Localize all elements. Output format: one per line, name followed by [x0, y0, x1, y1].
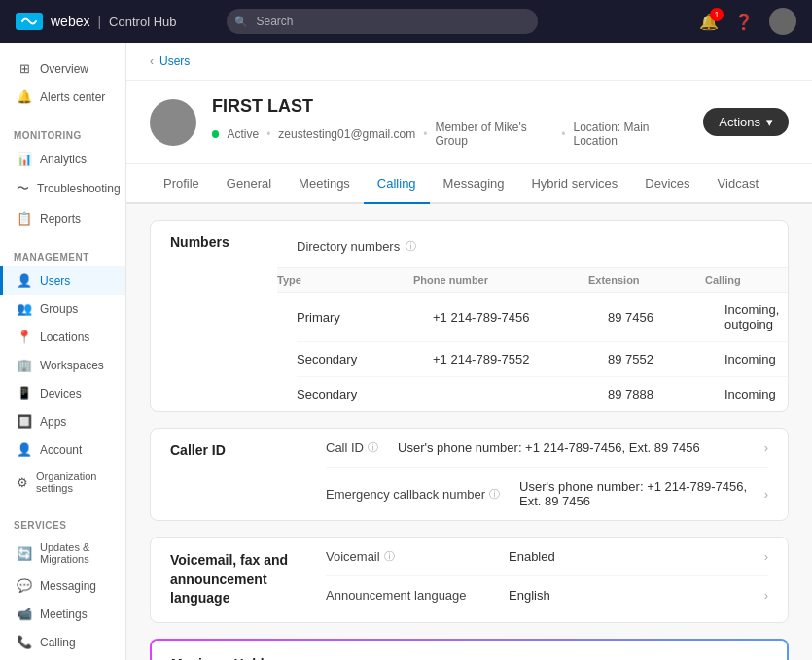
- caller-id-section: Caller ID Call ID ⓘ User's phone number:…: [150, 428, 789, 521]
- sidebar-item-label: Alerts center: [40, 90, 105, 104]
- user-profile-avatar: [150, 99, 196, 146]
- sidebar-item-apps[interactable]: 🔲 Apps: [0, 407, 125, 435]
- services-label: SERVICES: [0, 516, 125, 535]
- row-type: Primary: [297, 310, 433, 325]
- voicemail-rows: Voicemail ⓘ Enabled › Announcement langu…: [326, 538, 768, 622]
- info-icon: ⓘ: [384, 549, 395, 564]
- sidebar-item-overview[interactable]: ⊞ Overview: [0, 54, 125, 83]
- row-ext: 89 7552: [608, 352, 724, 366]
- caller-id-title: Caller ID: [170, 429, 326, 520]
- overview-icon: ⊞: [17, 61, 32, 76]
- row-actions: 🗑 ›: [779, 387, 789, 401]
- sidebar-item-label: Updates & Migrations: [40, 541, 112, 565]
- tab-meetings[interactable]: Meetings: [285, 164, 364, 204]
- search-input[interactable]: [227, 9, 538, 34]
- main-content: ‹ Users FIRST LAST Active • zeustesting0…: [126, 43, 812, 660]
- topbar-actions: 🔔 1 ❓: [699, 8, 796, 35]
- notifications-icon[interactable]: 🔔 1: [699, 13, 719, 31]
- announcement-language-row: Announcement language English ›: [326, 576, 768, 614]
- tab-calling[interactable]: Calling: [364, 164, 430, 204]
- sidebar-item-analytics[interactable]: 📊 Analytics: [0, 145, 125, 173]
- sidebar-section-services: SERVICES 🔄 Updates & Migrations 💬 Messag…: [0, 504, 125, 660]
- sidebar-item-vidcast[interactable]: 🎬 Vidcast: [0, 656, 125, 660]
- sidebar-item-label: Workspaces: [40, 359, 104, 372]
- row-calling: Incoming: [724, 352, 779, 366]
- tab-general[interactable]: General: [213, 164, 285, 204]
- search-bar[interactable]: [227, 9, 538, 34]
- emergency-value: User's phone number: +1 214-789-7456, Ex…: [500, 479, 757, 508]
- chevron-right-icon[interactable]: ›: [764, 440, 768, 455]
- row-actions: 🗑 ›: [779, 310, 789, 325]
- call-id-label: Call ID ⓘ: [326, 440, 378, 455]
- voicemail-label: Voicemail ⓘ: [326, 549, 501, 564]
- sidebar-item-locations[interactable]: 📍 Locations: [0, 323, 125, 351]
- sidebar-item-label: Groups: [40, 302, 78, 316]
- org-settings-icon: ⚙: [17, 475, 28, 490]
- announcement-label: Announcement language: [326, 588, 501, 603]
- sidebar-item-messaging[interactable]: 💬 Messaging: [0, 572, 125, 600]
- sidebar-section-monitoring: MONITORING 📊 Analytics 〜 Troubleshooting…: [0, 115, 125, 236]
- sidebar-item-label: Messaging: [40, 579, 96, 593]
- sidebar-item-label: Calling: [40, 636, 76, 649]
- analytics-icon: 📊: [17, 152, 32, 166]
- sidebar-item-org-settings[interactable]: ⚙ Organization settings: [0, 464, 125, 501]
- sidebar-item-groups[interactable]: 👥 Groups: [0, 295, 125, 323]
- users-icon: 👤: [17, 273, 32, 288]
- tab-profile[interactable]: Profile: [150, 164, 213, 204]
- user-email: zeustesting01@gmail.com: [278, 127, 415, 141]
- actions-button[interactable]: Actions ▾: [703, 108, 789, 136]
- col-ext: Extension: [588, 274, 705, 286]
- sidebar-item-devices[interactable]: 📱 Devices: [0, 379, 125, 407]
- sidebar-item-label: Organization settings: [36, 470, 112, 494]
- moh-inner: Music on Hold Play music when a call is …: [152, 641, 787, 660]
- user-avatar[interactable]: [769, 8, 796, 35]
- tab-devices[interactable]: Devices: [631, 164, 703, 204]
- row-ext: 89 7456: [608, 310, 724, 325]
- chevron-right-icon[interactable]: ›: [764, 549, 768, 564]
- user-status: Active: [227, 127, 259, 141]
- management-label: MANAGEMENT: [0, 248, 125, 266]
- tab-vidcast[interactable]: Vidcast: [704, 164, 772, 204]
- help-icon[interactable]: ❓: [734, 13, 754, 31]
- announcement-value: English: [501, 588, 764, 603]
- sidebar-item-label: Account: [40, 443, 82, 457]
- sidebar-item-alerts[interactable]: 🔔 Alerts center: [0, 83, 125, 111]
- chevron-right-icon[interactable]: ›: [764, 487, 768, 502]
- status-dot: [212, 130, 219, 138]
- sidebar-item-reports[interactable]: 📋 Reports: [0, 204, 125, 232]
- devices-icon: 📱: [17, 386, 32, 400]
- voicemail-value: Enabled: [501, 549, 764, 564]
- table-row: Secondary +1 214-789-7552 89 7552 Incomi…: [297, 342, 789, 377]
- sidebar-item-account[interactable]: 👤 Account: [0, 435, 125, 464]
- chevron-right-icon[interactable]: ›: [764, 588, 768, 603]
- sidebar-item-updates[interactable]: 🔄 Updates & Migrations: [0, 535, 125, 572]
- meetings-icon: 📹: [17, 607, 32, 621]
- call-id-row: Call ID ⓘ User's phone number: +1 214-78…: [326, 429, 768, 468]
- user-group: Member of Mike's Group: [435, 121, 553, 148]
- moh-section: Music on Hold Play music when a call is …: [150, 639, 789, 660]
- numbers-section: Numbers Directory numbers ⓘ + Type: [150, 220, 789, 412]
- col-phone: Phone number: [413, 274, 588, 286]
- app-body: ⊞ Overview 🔔 Alerts center MONITORING 📊 …: [0, 43, 812, 660]
- sidebar-item-meetings[interactable]: 📹 Meetings: [0, 600, 125, 628]
- sidebar-item-troubleshooting[interactable]: 〜 Troubleshooting: [0, 173, 125, 204]
- row-actions: 🗑 ›: [779, 352, 789, 366]
- sidebar-item-label: Meetings: [40, 608, 88, 621]
- webex-icon: [16, 13, 43, 30]
- calling-icon: 📞: [17, 635, 32, 649]
- table-row: Secondary 89 7888 Incoming 🗑 ›: [297, 377, 789, 411]
- row-type: Secondary: [297, 387, 433, 401]
- sidebar-item-calling[interactable]: 📞 Calling: [0, 628, 125, 656]
- user-header: FIRST LAST Active • zeustesting01@gmail.…: [126, 81, 812, 164]
- sidebar-item-label: Troubleshooting: [37, 182, 121, 195]
- info-icon: ⓘ: [489, 487, 500, 502]
- tab-messaging[interactable]: Messaging: [430, 164, 518, 204]
- workspaces-icon: 🏢: [17, 358, 32, 372]
- breadcrumb-users-link[interactable]: Users: [159, 54, 190, 68]
- user-info: FIRST LAST Active • zeustesting01@gmail.…: [212, 96, 688, 148]
- sidebar-item-workspaces[interactable]: 🏢 Workspaces: [0, 351, 125, 379]
- sidebar-section-management: MANAGEMENT 👤 Users 👥 Groups 📍 Locations …: [0, 236, 125, 504]
- tab-hybrid-services[interactable]: Hybrid services: [517, 164, 631, 204]
- sidebar-item-users[interactable]: 👤 Users: [0, 266, 125, 295]
- col-calling: Calling: [705, 274, 789, 286]
